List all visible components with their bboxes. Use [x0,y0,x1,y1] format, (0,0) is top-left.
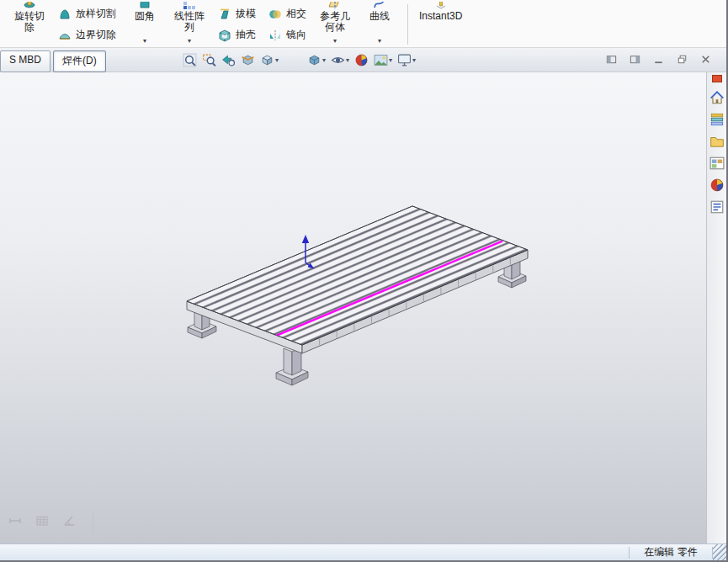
ribbon-button-shell[interactable]: 抽壳 [215,26,259,44]
view-settings-button[interactable]: ▾ [395,52,418,68]
zoom-area-button[interactable] [199,52,219,68]
fillet-icon [138,2,151,10]
minimize-icon [652,53,665,66]
instant3d-icon [434,2,448,10]
dock-right-button[interactable] [624,51,646,67]
hide-show-items-icon [331,53,345,67]
dropdown-arrow-icon[interactable]: ▾ [378,38,381,46]
ribbon-button-curves[interactable]: 曲线▾ [360,2,399,46]
leg-post-face [284,348,292,375]
grid-button[interactable] [35,514,52,531]
command-tab-band: S MBD焊件(D) ▾▾▾▾▾ [0,48,726,72]
task-pane-appearances-button[interactable] [709,177,725,194]
shell-icon [218,29,231,42]
task-pane-marker-icon[interactable] [712,75,722,82]
close-button[interactable] [695,51,716,67]
view-settings-icon [397,53,412,67]
linear-pattern-icon [183,2,196,10]
display-style-button[interactable]: ▾ [305,52,328,68]
graphics-area[interactable] [0,72,726,543]
ribbon-button-lofted-cut[interactable]: 放样切割 [55,5,120,23]
task-pane [706,72,726,543]
zoom-area-icon [202,53,216,67]
command-tabs: S MBD焊件(D) [0,50,106,72]
dock-right-icon [629,53,641,66]
task-pane-custom-properties-button[interactable] [709,199,725,215]
previous-view-icon [221,53,236,67]
status-edit-mode: 在编辑 零件 [630,545,712,559]
angle-button[interactable] [62,514,79,531]
edit-appearance-button[interactable] [352,52,371,68]
ribbon-button-label: 曲线 [369,11,390,22]
ribbon-button-mirror[interactable]: 镜向 [265,26,310,44]
task-pane-home-button[interactable] [709,89,725,106]
zoom-fit-button[interactable] [180,52,199,68]
ribbon-button-label: 拔模 [236,7,256,21]
tab-weldments[interactable]: 焊件(D) [53,50,106,72]
ribbon-separator [407,4,408,45]
ribbon-button-fillet[interactable]: 圆角▾ [125,2,164,46]
intersect-icon [268,8,282,21]
dimension-icon [8,514,22,528]
dropdown-arrow-icon[interactable]: ▾ [322,56,326,64]
model-svg [0,72,726,543]
ribbon-button-label: 边界切除 [76,28,116,42]
view-orientation-icon [260,53,274,67]
ribbon-button-label: 圆角 [135,11,155,22]
dropdown-arrow-icon[interactable]: ▾ [412,56,416,64]
apply-scene-button[interactable]: ▾ [371,52,395,68]
dock-left-icon [605,53,618,66]
ribbon-button-instant3d[interactable]: Instant3D [417,2,465,46]
maximize-button[interactable] [672,51,693,67]
dimension-button[interactable] [8,514,25,531]
ribbon-button-reference-geometry[interactable]: 参考几何体▾ [316,2,354,46]
appearances-icon [709,178,725,193]
zoom-fit-icon [183,53,197,67]
ribbon-button-boundary-cut[interactable]: 边界切除 [55,26,120,44]
reference-geometry-icon [328,2,342,10]
dropdown-arrow-icon[interactable]: ▾ [389,56,392,64]
edit-appearance-icon [354,53,369,67]
curves-icon [373,2,386,10]
mirror-icon [268,29,282,42]
previous-view-button[interactable] [219,52,238,68]
view-orientation-button[interactable]: ▾ [258,52,281,68]
minimize-button[interactable] [648,51,669,67]
dropdown-arrow-icon[interactable]: ▾ [333,38,337,46]
grid-icon [35,514,49,528]
angle-icon [62,514,76,528]
dropdown-arrow-icon[interactable]: ▾ [346,56,349,64]
ribbon-button-draft[interactable]: 拔模 [215,5,259,23]
ribbon: 旋转切除放样切割边界切除圆角▾线性阵列▾拔模抽壳相交镜向参考几何体▾曲线▾Ins… [0,0,726,48]
ribbon-button-revolved-cut[interactable]: 旋转切除 [10,2,49,46]
section-view-button[interactable] [238,52,258,68]
tab-mbd[interactable]: S MBD [0,50,50,72]
solidworks-window: 旋转切除放样切割边界切除圆角▾线性阵列▾拔模抽壳相交镜向参考几何体▾曲线▾Ins… [0,0,728,562]
task-pane-view-palette-button[interactable] [709,155,725,172]
ribbon-button-label: 旋转切除 [14,11,45,33]
dropdown-arrow-icon[interactable]: ▾ [275,56,279,64]
ribbon-button-intersect[interactable]: 相交 [265,5,310,23]
ribbon-button-label: Instant3D [419,11,462,22]
maximize-icon [676,53,688,66]
dock-left-button[interactable] [601,51,622,67]
task-pane-design-library-button[interactable] [709,111,725,128]
status-bar: 在编辑 零件 [0,543,726,560]
display-style-icon [307,53,321,67]
custom-properties-icon [709,199,725,215]
ribbon-button-label: 相交 [286,7,306,21]
hide-show-items-button[interactable]: ▾ [328,52,352,68]
file-explorer-icon [709,134,725,149]
dropdown-arrow-icon[interactable]: ▾ [188,38,191,46]
apply-scene-icon [374,53,388,67]
section-view-icon [241,53,255,67]
draft-icon [218,8,231,21]
resize-grip[interactable] [713,544,726,560]
dropdown-arrow-icon[interactable]: ▾ [143,38,146,46]
ribbon-button-linear-pattern[interactable]: 线性阵列▾ [170,2,209,46]
lofted-cut-icon [58,8,72,21]
triad-arrowhead-y [302,235,309,243]
ribbon-button-label: 线性阵列 [174,11,205,33]
task-pane-file-explorer-button[interactable] [709,133,725,150]
ribbon-button-label: 参考几何体 [320,11,350,33]
